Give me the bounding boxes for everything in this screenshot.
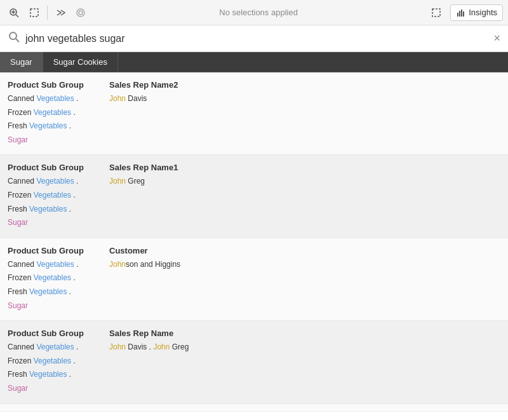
- left-field-label: Product Sub Group: [8, 163, 109, 172]
- svg-rect-7: [432, 9, 440, 17]
- table-row: Product Sub GroupCanned Vegetables . Fro…: [0, 404, 508, 412]
- search-bar: ×: [0, 25, 508, 52]
- right-field-values: John Greg: [109, 175, 500, 189]
- insights-button[interactable]: Insights: [450, 4, 503, 21]
- right-field-values: Johnson and Higgins: [109, 258, 500, 272]
- svg-rect-9: [459, 11, 460, 17]
- left-field-values: Canned Vegetables . Frozen Vegetables . …: [8, 175, 109, 229]
- result-left-2: Product Sub GroupCanned Vegetables . Fro…: [8, 246, 109, 313]
- search-zoom-icon[interactable]: [5, 4, 23, 22]
- search-icon: [8, 30, 20, 46]
- show-more-wrap: Show me more: [0, 411, 508, 420]
- left-field-values: Canned Vegetables . Frozen Vegetables . …: [8, 92, 109, 147]
- svg-rect-4: [30, 9, 38, 17]
- results-list: Product Sub GroupCanned Vegetables . Fro…: [0, 72, 508, 411]
- left-field-label: Product Sub Group: [8, 246, 109, 255]
- left-field-values: Canned Vegetables . Frozen Vegetables . …: [8, 341, 109, 395]
- svg-line-1: [16, 15, 18, 17]
- svg-rect-11: [463, 11, 464, 17]
- selection-mode-icon[interactable]: [427, 4, 445, 22]
- table-row: Product Sub GroupCanned Vegetables . Fro…: [0, 155, 508, 238]
- forward-icon[interactable]: [51, 4, 69, 22]
- result-right-0: Sales Rep Name2John Davis: [109, 80, 500, 106]
- left-field-label: Product Sub Group: [8, 80, 109, 90]
- result-left-3: Product Sub GroupCanned Vegetables . Fro…: [8, 329, 109, 395]
- tabs-container: Sugar Sugar Cookies: [0, 52, 508, 72]
- left-field-label: Product Sub Group: [8, 329, 109, 338]
- result-left-0: Product Sub GroupCanned Vegetables . Fro…: [8, 80, 109, 147]
- toolbar-status: No selections applied: [92, 8, 425, 17]
- svg-point-5: [77, 9, 84, 17]
- tab-sugar[interactable]: Sugar: [0, 52, 43, 72]
- selection-box-icon[interactable]: [25, 4, 43, 22]
- result-right-2: CustomerJohnson and Higgins: [109, 246, 500, 272]
- toolbar-right: Insights: [427, 4, 503, 22]
- toolbar: No selections applied Insights: [0, 0, 508, 25]
- svg-line-13: [16, 39, 19, 42]
- table-row: Product Sub GroupCanned Vegetables . Fro…: [0, 321, 508, 403]
- result-right-1: Sales Rep Name1John Greg: [109, 163, 500, 189]
- search-clear-button[interactable]: ×: [493, 32, 500, 45]
- result-right-3: Sales Rep NameJohn Davis . John Greg: [109, 329, 500, 355]
- right-field-label: Sales Rep Name: [109, 329, 500, 338]
- toolbar-separator: [47, 6, 48, 20]
- right-field-label: Customer: [109, 246, 500, 255]
- svg-point-6: [79, 11, 83, 15]
- search-input[interactable]: [25, 33, 493, 44]
- table-row: Product Sub GroupCanned Vegetables . Fro…: [0, 238, 508, 321]
- insights-label: Insights: [469, 8, 497, 17]
- svg-rect-10: [461, 10, 462, 17]
- right-field-values: John Davis . John Greg: [109, 341, 500, 355]
- table-row: Product Sub GroupCanned Vegetables . Fro…: [0, 72, 508, 155]
- right-field-label: Sales Rep Name2: [109, 80, 500, 90]
- svg-rect-8: [457, 13, 458, 17]
- result-left-1: Product Sub GroupCanned Vegetables . Fro…: [8, 163, 109, 229]
- left-field-values: Canned Vegetables . Frozen Vegetables . …: [8, 258, 109, 313]
- tab-sugar-cookies[interactable]: Sugar Cookies: [43, 52, 118, 72]
- right-field-label: Sales Rep Name1: [109, 163, 500, 172]
- target-icon[interactable]: [72, 4, 90, 22]
- svg-point-12: [10, 32, 17, 39]
- right-field-values: John Davis: [109, 92, 500, 106]
